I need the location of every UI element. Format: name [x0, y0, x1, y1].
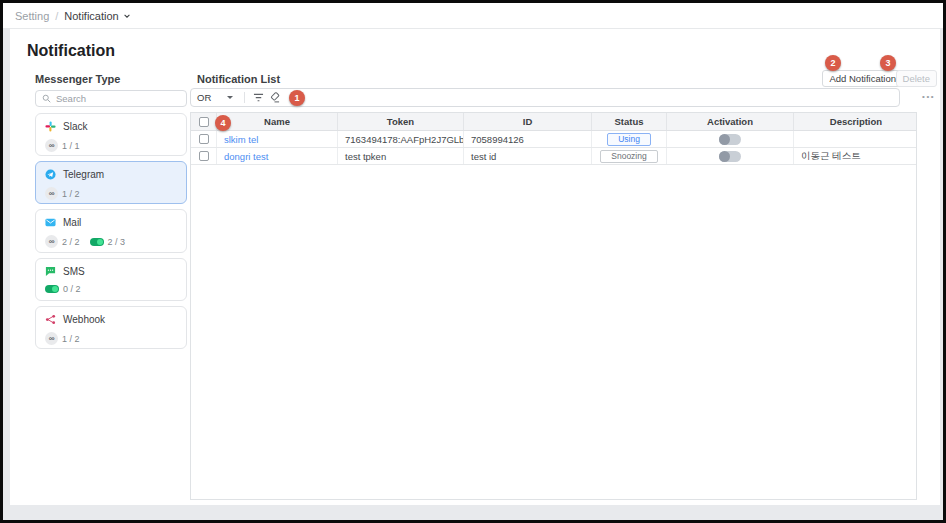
link-icon: ∞ [45, 235, 58, 248]
delete-button[interactable]: Delete [896, 70, 937, 87]
messenger-type-title: Messenger Type [35, 73, 120, 85]
toggle-on-icon [45, 285, 59, 293]
column-header-id[interactable]: ID [463, 113, 591, 130]
linked-count-badge: ∞ 1 / 1 [45, 139, 80, 152]
active-count: 0 / 2 [63, 284, 81, 294]
active-count: 2 / 3 [108, 237, 126, 247]
notification-table: Name Token ID Status Activation Descript… [190, 112, 917, 500]
messenger-type-sms[interactable]: SMS 0 / 2 [35, 258, 187, 301]
link-icon: ∞ [45, 332, 58, 345]
filter-operator-value: OR [197, 92, 211, 103]
table-row: dongri test test tpken test id Snoozing … [191, 148, 916, 165]
link-icon: ∞ [45, 139, 58, 152]
callout-badge-2: 2 [825, 55, 841, 71]
row-id: 7058994126 [463, 131, 591, 147]
status-badge: Snoozing [600, 150, 657, 163]
select-all-checkbox[interactable] [199, 117, 209, 127]
filter-operator-select[interactable]: OR [191, 92, 239, 103]
table-row: slkim tel 7163494178:AAFpH2J7GLbvL-j_1D1… [191, 131, 916, 148]
messenger-search [35, 90, 187, 107]
messenger-type-slack[interactable]: Slack ∞ 1 / 1 [35, 113, 187, 156]
linked-count-badge: ∞ 1 / 2 [45, 332, 80, 345]
messenger-type-webhook[interactable]: Webhook ∞ 1 / 2 [35, 306, 187, 349]
activation-toggle[interactable] [719, 134, 741, 145]
more-options-icon[interactable]: ••• [922, 92, 935, 101]
active-count-badge: 2 / 3 [90, 237, 126, 247]
activation-toggle[interactable] [719, 151, 741, 162]
messenger-type-label: Slack [63, 121, 87, 132]
messenger-type-label: Telegram [63, 169, 104, 180]
breadcrumb-separator: / [55, 10, 58, 22]
linked-count: 1 / 2 [62, 334, 80, 344]
column-header-name[interactable]: Name [216, 113, 337, 130]
webhook-icon [45, 314, 56, 325]
row-description [793, 131, 918, 147]
callout-badge-4: 4 [215, 115, 231, 131]
messenger-type-telegram[interactable]: Telegram ∞ 1 / 2 [35, 161, 187, 204]
slack-icon [45, 121, 56, 132]
linked-count-badge: ∞ 2 / 2 [45, 235, 80, 248]
row-token: test tpken [337, 148, 463, 164]
breadcrumb-parent[interactable]: Setting [15, 10, 49, 22]
telegram-icon [45, 169, 56, 180]
search-input[interactable] [56, 93, 180, 104]
active-count-badge: 0 / 2 [45, 284, 81, 294]
linked-count-badge: ∞ 1 / 2 [45, 187, 80, 200]
app-window: Setting / Notification Notification Mess… [0, 0, 946, 523]
callout-badge-1: 1 [289, 90, 305, 106]
breadcrumb: Setting / Notification [3, 3, 943, 29]
callout-badge-3: 3 [880, 55, 896, 71]
breadcrumb-current[interactable]: Notification [64, 10, 130, 22]
row-token: 7163494178:AAFpH2J7GLbvL-j_1D1IC... [337, 131, 463, 147]
row-name-link[interactable]: slkim tel [216, 131, 337, 147]
notification-list-title: Notification List [197, 73, 280, 85]
clear-filter-eraser-icon[interactable] [266, 90, 282, 106]
add-notification-button[interactable]: Add Notification [822, 70, 903, 87]
row-id: test id [463, 148, 591, 164]
toggle-on-icon [90, 238, 104, 246]
linked-count: 1 / 2 [62, 189, 80, 199]
table-header-row: Name Token ID Status Activation Descript… [191, 113, 916, 131]
mail-icon [45, 217, 56, 228]
linked-count: 2 / 2 [62, 237, 80, 247]
linked-count: 1 / 1 [62, 141, 80, 151]
status-badge: Using [607, 133, 651, 146]
breadcrumb-current-label: Notification [64, 10, 118, 22]
messenger-type-label: SMS [63, 266, 85, 277]
caret-down-icon [227, 96, 233, 99]
column-header-activation[interactable]: Activation [666, 113, 793, 130]
link-icon: ∞ [45, 187, 58, 200]
search-icon [42, 94, 51, 103]
filter-funnel-icon[interactable] [250, 90, 266, 106]
row-checkbox[interactable] [199, 134, 209, 144]
messenger-type-label: Mail [63, 217, 81, 228]
row-description: 이동근 테스트 [793, 148, 918, 164]
row-checkbox[interactable] [199, 151, 209, 161]
row-name-link[interactable]: dongri test [216, 148, 337, 164]
messenger-type-label: Webhook [63, 314, 105, 325]
column-header-description[interactable]: Description [793, 113, 918, 130]
chevron-down-icon [123, 12, 131, 20]
sms-icon [45, 266, 56, 277]
column-header-status[interactable]: Status [591, 113, 666, 130]
divider [244, 92, 245, 103]
messenger-type-mail[interactable]: Mail ∞ 2 / 2 2 / 3 [35, 209, 187, 253]
column-header-token[interactable]: Token [337, 113, 463, 130]
page-title: Notification [27, 42, 115, 60]
